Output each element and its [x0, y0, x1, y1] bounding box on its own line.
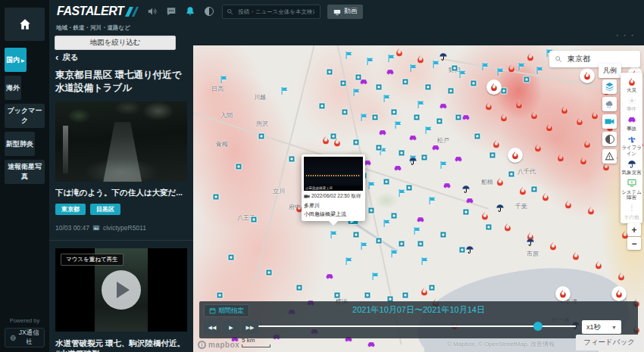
fire-marker[interactable] [579, 156, 589, 166]
fire-marker[interactable] [541, 192, 551, 202]
fire-cluster-marker[interactable] [555, 286, 571, 301]
lifeline-marker[interactable] [353, 139, 360, 146]
company-button[interactable]: JX通信社 [5, 328, 45, 347]
lifeline-marker[interactable] [402, 292, 409, 299]
flag-marker[interactable] [420, 257, 429, 266]
lifeline-marker[interactable] [425, 84, 432, 91]
sidebar-item[interactable]: 速報衛星写真 [5, 160, 45, 184]
flag-marker[interactable] [219, 75, 228, 84]
map-attribution[interactable]: © Mapbox, © OpenStreetMap, 改善情報 [447, 340, 555, 348]
lifeline-marker[interactable] [436, 118, 443, 125]
flag-marker[interactable] [424, 126, 433, 135]
lifeline-marker[interactable] [296, 285, 303, 291]
flag-marker[interactable] [382, 94, 391, 103]
fire-marker[interactable] [514, 100, 524, 110]
flag-marker[interactable] [367, 181, 376, 190]
lifeline-marker[interactable] [364, 292, 371, 299]
flag-marker[interactable] [439, 160, 448, 170]
fire-marker[interactable] [533, 143, 543, 153]
lifeline-marker[interactable] [474, 133, 481, 140]
accident-marker[interactable] [393, 164, 402, 173]
layers-button[interactable] [602, 79, 617, 94]
accident-marker[interactable] [431, 143, 440, 152]
map[interactable]: 日高川越入間所沢青梅立川府中八王子野田松戸船橋八千代千葉市原木更津袖ケ浦厚木横浜… [193, 45, 644, 352]
fire-marker[interactable] [530, 111, 539, 120]
weather-marker[interactable] [439, 52, 448, 61]
accident-marker[interactable] [461, 113, 470, 122]
accident-marker[interactable] [408, 133, 417, 142]
legend-item[interactable]: 気象災害 [621, 157, 642, 176]
fire-marker[interactable] [583, 139, 592, 149]
lifeline-marker[interactable] [342, 109, 349, 116]
lifeline-marker[interactable] [399, 241, 405, 248]
fire-marker[interactable] [571, 251, 581, 261]
fire-marker[interactable] [564, 200, 574, 210]
fire-marker[interactable] [556, 153, 566, 163]
flag-marker[interactable] [280, 86, 289, 95]
flag-marker[interactable] [416, 100, 425, 109]
lifeline-marker[interactable] [368, 207, 375, 214]
lifeline-marker[interactable] [228, 254, 235, 261]
article-video-thumbnail[interactable]: マウスを重ねて再生 [55, 248, 187, 332]
legend-item[interactable]: 事件 [621, 94, 642, 113]
header-search-input[interactable] [236, 8, 316, 16]
article-card[interactable]: マウスを重ねて再生水道管破裂元 環七、駒沢陸橋付近。#水道管破裂東京都目黒区10… [55, 241, 187, 352]
rewind-button[interactable]: ◀◀ [204, 321, 220, 334]
weather-marker[interactable] [461, 185, 470, 194]
lifeline-marker[interactable] [376, 145, 383, 151]
accident-marker[interactable] [439, 101, 448, 111]
flag-marker[interactable] [412, 226, 421, 235]
article-card[interactable]: 下は滝のよう。下の住人は大変だ...東京都目黒区10/03 00:47civic… [55, 101, 187, 232]
lifeline-marker[interactable] [524, 76, 530, 83]
accident-marker[interactable] [325, 272, 334, 281]
fire-marker[interactable] [499, 113, 509, 123]
sidebar-item[interactable]: 新型肺炎 [5, 132, 35, 156]
camera-button[interactable] [602, 114, 617, 129]
legend-item[interactable]: 事故 [621, 114, 642, 132]
lifeline-marker[interactable] [376, 84, 383, 91]
fire-cluster-marker[interactable] [486, 79, 502, 95]
zoom-in-button[interactable]: + [627, 223, 641, 236]
chat-button[interactable] [165, 5, 177, 17]
accident-marker[interactable] [465, 196, 474, 205]
map-search-input[interactable] [566, 55, 635, 64]
flag-marker[interactable] [344, 257, 353, 266]
legend-item[interactable]: その他 [621, 202, 642, 221]
lifeline-marker[interactable] [402, 79, 409, 86]
lifeline-marker[interactable] [448, 88, 455, 95]
article-photo[interactable] [55, 101, 187, 182]
flag-marker[interactable] [359, 113, 368, 122]
fire-marker[interactable] [484, 101, 494, 111]
weather-marker[interactable] [465, 245, 474, 254]
accident-marker[interactable] [442, 181, 452, 190]
fire-marker[interactable] [496, 177, 505, 187]
home-button[interactable] [5, 8, 45, 41]
fire-marker[interactable] [545, 123, 555, 132]
river-camera-popup[interactable]: 小田急線橋梁上流 2022/06/02 22:50 取得 多摩川 小田急線橋梁上… [302, 154, 365, 221]
lifeline-marker[interactable] [327, 69, 333, 76]
lifeline-marker[interactable] [429, 285, 436, 291]
flag-marker[interactable] [344, 51, 353, 60]
legend-item[interactable]: システム障害 [621, 177, 642, 202]
legend-item[interactable]: ライフライン [621, 132, 642, 157]
lifeline-marker[interactable] [489, 152, 496, 159]
fire-marker[interactable] [507, 64, 517, 73]
lifeline-marker[interactable] [501, 88, 508, 95]
lifeline-marker[interactable] [376, 238, 383, 245]
lifeline-marker[interactable] [372, 114, 379, 121]
region-tag[interactable]: 目黒区 [90, 204, 120, 215]
fire-marker[interactable] [480, 211, 490, 221]
fire-marker[interactable] [416, 55, 426, 64]
flag-marker[interactable] [329, 230, 338, 239]
lifeline-marker[interactable] [319, 103, 326, 110]
flag-marker[interactable] [389, 249, 399, 258]
fire-marker[interactable] [590, 111, 600, 120]
flag-marker[interactable] [382, 219, 391, 228]
lifeline-marker[interactable] [508, 171, 515, 178]
play-button[interactable]: ▶ [223, 321, 239, 334]
lifeline-marker[interactable] [383, 179, 390, 185]
accident-marker[interactable] [386, 67, 395, 76]
lifeline-marker[interactable] [531, 186, 538, 193]
tv-button[interactable]: 動画 [327, 5, 363, 19]
flag-marker[interactable] [517, 62, 526, 71]
